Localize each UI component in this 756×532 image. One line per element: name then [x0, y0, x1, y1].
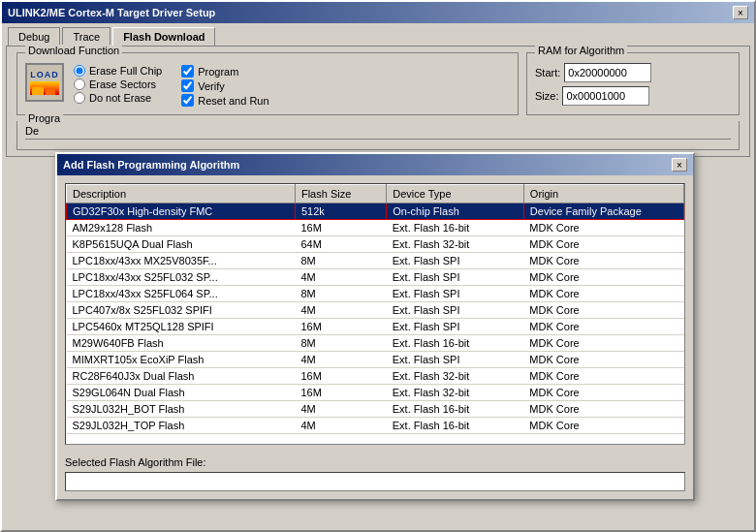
- col-header-flash-size: Flash Size: [295, 185, 386, 203]
- table-row[interactable]: GD32F30x High-density FMC512kOn-chip Fla…: [67, 203, 684, 220]
- table-row[interactable]: MIMXRT105x EcoXiP Flash4MExt. Flash SPIM…: [67, 352, 684, 368]
- table-row[interactable]: LPC18xx/43xx MX25V8035F...8MExt. Flash S…: [67, 253, 684, 269]
- table-row[interactable]: K8P5615UQA Dual Flash64MExt. Flash 32-bi…: [67, 236, 684, 253]
- table-row[interactable]: LPC18xx/43xx S25FL064 SP...8MExt. Flash …: [67, 286, 684, 302]
- selected-file-input[interactable]: [65, 472, 685, 491]
- selected-file-label: Selected Flash Algorithm File:: [65, 456, 206, 468]
- table-row[interactable]: M29W640FB Flash8MExt. Flash 16-bitMDK Co…: [67, 335, 684, 352]
- dialog-close-button[interactable]: ×: [672, 158, 687, 172]
- add-algorithm-dialog: Add Flash Programming Algorithm × Descri…: [55, 152, 695, 501]
- col-header-origin: Origin: [523, 185, 683, 203]
- table-row[interactable]: LPC5460x MT25QL128 SPIFI16MExt. Flash SP…: [67, 319, 684, 335]
- table-row[interactable]: S29GL064N Dual Flash16MExt. Flash 32-bit…: [67, 385, 684, 401]
- table-row[interactable]: S29JL032H_BOT Flash4MExt. Flash 16-bitMD…: [67, 401, 684, 418]
- col-header-device-type: Device Type: [387, 185, 524, 203]
- dialog-title: Add Flash Programming Algorithm: [63, 159, 239, 171]
- table-row[interactable]: LPC407x/8x S25FL032 SPIFI4MExt. Flash SP…: [67, 302, 684, 319]
- table-row[interactable]: RC28F640J3x Dual Flash16MExt. Flash 32-b…: [67, 368, 684, 385]
- algorithm-table-body: GD32F30x High-density FMC512kOn-chip Fla…: [67, 203, 684, 434]
- table-row[interactable]: LPC18xx/43xx S25FL032 SP...4MExt. Flash …: [67, 269, 684, 286]
- col-header-description: Description: [67, 185, 296, 203]
- table-row[interactable]: AM29x128 Flash16MExt. Flash 16-bitMDK Co…: [67, 220, 684, 236]
- main-window: ULINK2/ME Cortex-M Target Driver Setup ×…: [0, 0, 756, 532]
- algorithm-table-container[interactable]: Description Flash Size Device Type Origi…: [65, 183, 685, 445]
- dialog-title-bar: Add Flash Programming Algorithm ×: [57, 154, 693, 175]
- dialog-overlay: Add Flash Programming Algorithm × Descri…: [2, 2, 754, 530]
- table-header-row: Description Flash Size Device Type Origi…: [67, 185, 684, 203]
- dialog-content: Description Flash Size Device Type Origi…: [57, 175, 693, 453]
- dialog-footer: Selected Flash Algorithm File:: [57, 453, 693, 499]
- algorithm-table: Description Flash Size Device Type Origi…: [66, 184, 684, 434]
- table-row[interactable]: S29JL032H_TOP Flash4MExt. Flash 16-bitMD…: [67, 418, 684, 434]
